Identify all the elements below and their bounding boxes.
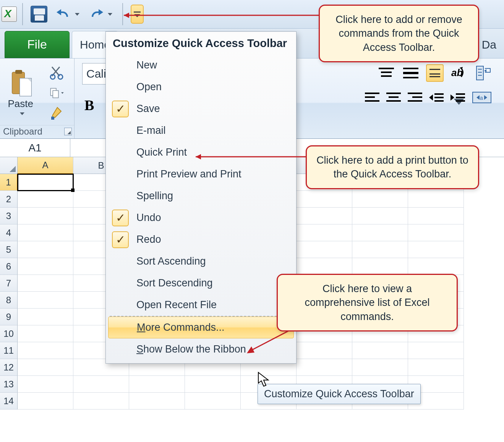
dropdown-item[interactable]: Open xyxy=(106,76,296,98)
cell[interactable] xyxy=(18,191,73,208)
clipboard-group: Paste Clipboard xyxy=(0,58,75,138)
row-header[interactable]: 8 xyxy=(0,292,18,309)
copy-button[interactable] xyxy=(49,85,64,101)
align-middle-button[interactable] xyxy=(402,66,420,80)
row-header[interactable]: 9 xyxy=(0,309,18,325)
dropdown-item[interactable]: ✓Save xyxy=(106,98,296,120)
svg-marker-3 xyxy=(108,13,112,16)
cell[interactable] xyxy=(297,258,352,275)
cell[interactable] xyxy=(408,224,464,241)
dropdown-item-more-commands[interactable]: More Commands... xyxy=(108,317,294,338)
cell[interactable] xyxy=(352,258,408,275)
cell[interactable] xyxy=(18,258,73,275)
row-header[interactable]: 12 xyxy=(0,359,18,376)
cell[interactable] xyxy=(73,376,129,393)
dropdown-item[interactable]: New xyxy=(106,54,296,76)
qat-save-button[interactable] xyxy=(28,4,50,24)
cell[interactable] xyxy=(408,208,464,224)
cell[interactable] xyxy=(408,191,464,208)
clipboard-group-text: Clipboard xyxy=(3,126,42,137)
dialog-launcher-icon[interactable] xyxy=(64,128,72,135)
cell[interactable] xyxy=(408,359,464,376)
cell[interactable] xyxy=(352,241,408,258)
row-header[interactable]: 14 xyxy=(0,393,18,410)
cell[interactable] xyxy=(18,393,73,410)
cell[interactable] xyxy=(185,393,241,410)
row-header[interactable]: 11 xyxy=(0,342,18,359)
cell[interactable] xyxy=(18,292,73,309)
format-painter-button[interactable] xyxy=(49,106,64,121)
cell[interactable] xyxy=(297,191,352,208)
cell[interactable] xyxy=(352,191,408,208)
cell[interactable] xyxy=(297,208,352,224)
dropdown-item[interactable]: Quick Print xyxy=(106,141,296,163)
cell[interactable] xyxy=(18,174,73,191)
dropdown-item[interactable]: Print Preview and Print xyxy=(106,163,296,185)
merge-center-button[interactable]: a xyxy=(471,89,493,106)
qat-redo-button[interactable] xyxy=(86,7,115,21)
cell[interactable] xyxy=(297,359,352,376)
row-header[interactable]: 2 xyxy=(0,191,18,208)
dropdown-item[interactable]: Open Recent File xyxy=(106,294,296,316)
cell[interactable] xyxy=(18,325,73,342)
cell[interactable] xyxy=(408,258,464,275)
cell[interactable] xyxy=(18,342,73,359)
select-all-corner[interactable] xyxy=(0,157,18,174)
cell[interactable] xyxy=(129,393,185,410)
wrap-text-button[interactable] xyxy=(474,64,493,82)
cell[interactable] xyxy=(352,224,408,241)
dropdown-item[interactable]: ✓Undo xyxy=(106,207,296,229)
column-header[interactable]: A xyxy=(18,157,73,174)
decrease-indent-button[interactable] xyxy=(428,91,444,104)
row-header[interactable]: 6 xyxy=(0,258,18,275)
dropdown-item-show-below-ribbon[interactable]: Show Below the Ribbon xyxy=(106,338,296,360)
cell[interactable] xyxy=(18,275,73,292)
file-tab[interactable]: File xyxy=(5,31,70,58)
align-left-button[interactable] xyxy=(364,91,380,104)
cell[interactable] xyxy=(352,208,408,224)
align-top-button[interactable] xyxy=(377,66,395,80)
dropdown-item[interactable]: Sort Ascending xyxy=(106,250,296,272)
cell[interactable] xyxy=(297,241,352,258)
cell[interactable] xyxy=(408,342,464,359)
name-box[interactable]: A1 xyxy=(0,139,70,157)
customize-qat-button[interactable] xyxy=(131,5,144,24)
cell[interactable] xyxy=(18,309,73,325)
cell[interactable] xyxy=(352,342,408,359)
cell[interactable] xyxy=(18,224,73,241)
cell[interactable] xyxy=(185,376,241,393)
row-header[interactable]: 3 xyxy=(0,208,18,224)
cell[interactable] xyxy=(297,342,352,359)
group-label-clipboard: Clipboard xyxy=(0,125,74,138)
row-header[interactable]: 5 xyxy=(0,241,18,258)
align-center-button[interactable] xyxy=(386,91,402,104)
dropdown-item[interactable]: ✓Redo xyxy=(106,229,296,250)
cell[interactable] xyxy=(352,359,408,376)
row-header[interactable]: 13 xyxy=(0,376,18,393)
cell[interactable] xyxy=(18,376,73,393)
orientation-button[interactable]: ab xyxy=(450,66,468,80)
align-lines-icon xyxy=(429,69,440,77)
cell[interactable] xyxy=(18,359,73,376)
cell[interactable] xyxy=(73,393,129,410)
align-right-button[interactable] xyxy=(407,91,423,104)
dropdown-item[interactable]: Spelling xyxy=(106,185,296,207)
paste-button[interactable]: Paste xyxy=(8,70,33,117)
cell[interactable] xyxy=(18,208,73,224)
row-header[interactable]: 1 xyxy=(0,174,18,191)
qat-undo-button[interactable] xyxy=(53,7,83,21)
cell[interactable] xyxy=(408,241,464,258)
row-header[interactable]: 10 xyxy=(0,325,18,342)
cut-button[interactable] xyxy=(49,65,64,80)
cell[interactable] xyxy=(129,376,185,393)
cell[interactable] xyxy=(18,241,73,258)
cell[interactable] xyxy=(297,224,352,241)
row-header[interactable]: 7 xyxy=(0,275,18,292)
dropdown-item[interactable]: Sort Descending xyxy=(106,272,296,294)
redo-icon xyxy=(89,8,104,20)
dropdown-item[interactable]: E-mail xyxy=(106,120,296,141)
align-bottom-button-active[interactable] xyxy=(426,64,444,82)
row-header[interactable]: 4 xyxy=(0,224,18,241)
increase-indent-button[interactable] xyxy=(450,91,466,104)
svg-marker-24 xyxy=(484,69,486,72)
